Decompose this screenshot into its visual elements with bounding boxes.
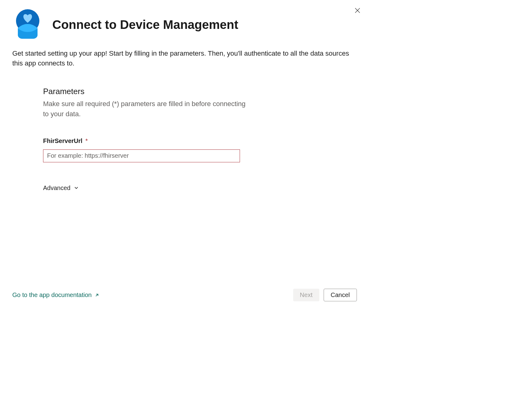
chevron-down-icon <box>74 186 78 190</box>
parameters-subtitle: Make sure all required (*) parameters ar… <box>43 99 252 119</box>
parameters-title: Parameters <box>43 87 252 96</box>
field-label-text: FhirServerUrl <box>43 137 82 144</box>
close-icon <box>354 7 361 14</box>
documentation-link-text: Go to the app documentation <box>12 291 92 299</box>
close-button[interactable] <box>354 7 361 14</box>
dialog-header: Connect to Device Management <box>12 9 357 40</box>
next-button[interactable]: Next <box>293 289 319 301</box>
parameters-section: Parameters Make sure all required (*) pa… <box>12 87 252 192</box>
documentation-link[interactable]: Go to the app documentation <box>12 291 99 299</box>
dialog-description: Get started setting up your app! Start b… <box>12 49 357 68</box>
svg-line-3 <box>96 294 98 296</box>
dialog-title: Connect to Device Management <box>52 18 238 32</box>
dialog-footer: Go to the app documentation Next Cancel <box>12 289 357 301</box>
cancel-button[interactable]: Cancel <box>324 289 357 301</box>
footer-buttons: Next Cancel <box>293 289 357 301</box>
fhir-server-url-label: FhirServerUrl * <box>43 137 252 145</box>
app-icon <box>12 9 43 40</box>
external-link-icon <box>95 293 99 297</box>
advanced-label: Advanced <box>43 184 70 192</box>
fhir-server-url-input[interactable] <box>43 149 240 162</box>
required-marker: * <box>85 137 88 144</box>
advanced-toggle[interactable]: Advanced <box>43 184 252 192</box>
